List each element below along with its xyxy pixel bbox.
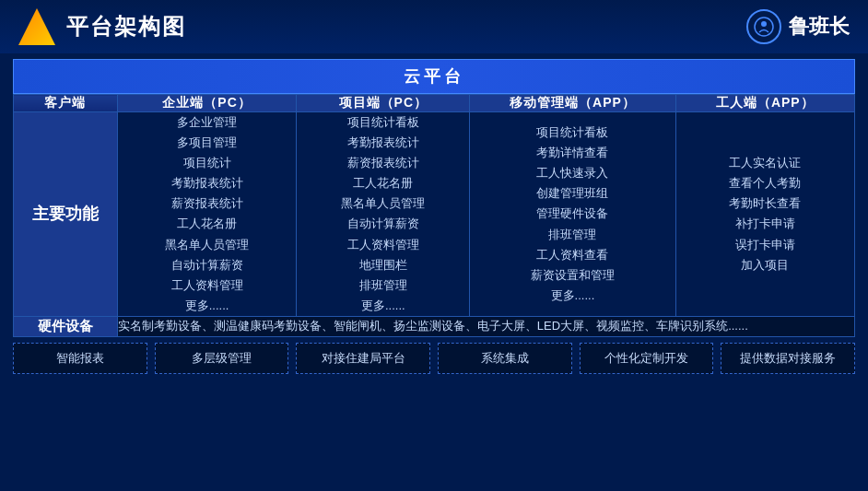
page-title: 平台架构图 (66, 12, 186, 41)
svg-marker-0 (18, 8, 55, 45)
bottom-tags: 智能报表 多层级管理 对接住建局平台 系统集成 个性化定制开发 提供数据对接服务 (13, 343, 855, 374)
hardware-row: 硬件设备 实名制考勤设备、测温健康码考勤设备、智能闸机、扬尘监测设备、电子大屏、… (14, 316, 855, 336)
row-label-features: 主要功能 (14, 112, 118, 317)
col-header-worker: 工人端（APP） (675, 95, 854, 112)
col-header-project: 项目端（PC） (297, 95, 470, 112)
brand-icon (746, 9, 781, 44)
header-left: 平台架构图 (18, 8, 186, 45)
main-content: 云平台 客户端 企业端（PC） 项目端（PC） 移动管理端（APP） 工人端（A… (0, 53, 868, 380)
mobile-features-cell: 项目统计看板 考勤详情查看 工人快速录入 创建管理班组 管理硬件设备 排班管理 … (470, 112, 675, 317)
enterprise-features-cell: 多企业管理 多项目管理 项目统计 考勤报表统计 薪资报表统计 工人花名册 黑名单… (117, 112, 296, 317)
tag-smart-report: 智能报表 (13, 343, 147, 374)
column-header-row: 客户端 企业端（PC） 项目端（PC） 移动管理端（APP） 工人端（APP） (14, 95, 855, 112)
col-header-enterprise: 企业端（PC） (117, 95, 296, 112)
worker-features-text: 工人实名认证 查看个人考勤 考勤时长查看 补打卡申请 误打卡申请 加入项目 (676, 153, 854, 275)
cloud-platform-banner: 云平台 (13, 59, 855, 94)
tag-custom-dev: 个性化定制开发 (580, 343, 714, 374)
col-header-client: 客户端 (14, 95, 118, 112)
hardware-content-cell: 实名制考勤设备、测温健康码考勤设备、智能闸机、扬尘监测设备、电子大屏、LED大屏… (117, 316, 854, 336)
brand-logo: 鲁班长 (746, 9, 850, 44)
row-label-hardware: 硬件设备 (14, 316, 118, 336)
project-features-cell: 项目统计看板 考勤报表统计 薪资报表统计 工人花名册 黑名单人员管理 自动计算薪… (297, 112, 470, 317)
logo-icon (18, 8, 55, 45)
tag-multilevel: 多层级管理 (155, 343, 289, 374)
enterprise-features-text: 多企业管理 多项目管理 项目统计 考勤报表统计 薪资报表统计 工人花名册 黑名单… (118, 112, 296, 316)
brand-name: 鲁班长 (789, 13, 850, 41)
tag-data-service: 提供数据对接服务 (721, 343, 855, 374)
svg-point-2 (761, 21, 767, 27)
worker-features-cell: 工人实名认证 查看个人考勤 考勤时长查看 补打卡申请 误打卡申请 加入项目 (675, 112, 854, 317)
mobile-features-text: 项目统计看板 考勤详情查看 工人快速录入 创建管理班组 管理硬件设备 排班管理 … (470, 123, 674, 306)
col-header-mobile: 移动管理端（APP） (470, 95, 675, 112)
project-features-text: 项目统计看板 考勤报表统计 薪资报表统计 工人花名册 黑名单人员管理 自动计算薪… (297, 112, 469, 316)
header: 平台架构图 鲁班长 (0, 0, 868, 53)
tag-housing-bureau: 对接住建局平台 (296, 343, 430, 374)
main-features-row: 主要功能 多企业管理 多项目管理 项目统计 考勤报表统计 薪资报表统计 工人花名… (14, 112, 855, 317)
platform-table: 客户端 企业端（PC） 项目端（PC） 移动管理端（APP） 工人端（APP） … (13, 94, 855, 337)
tag-system-integration: 系统集成 (438, 343, 572, 374)
